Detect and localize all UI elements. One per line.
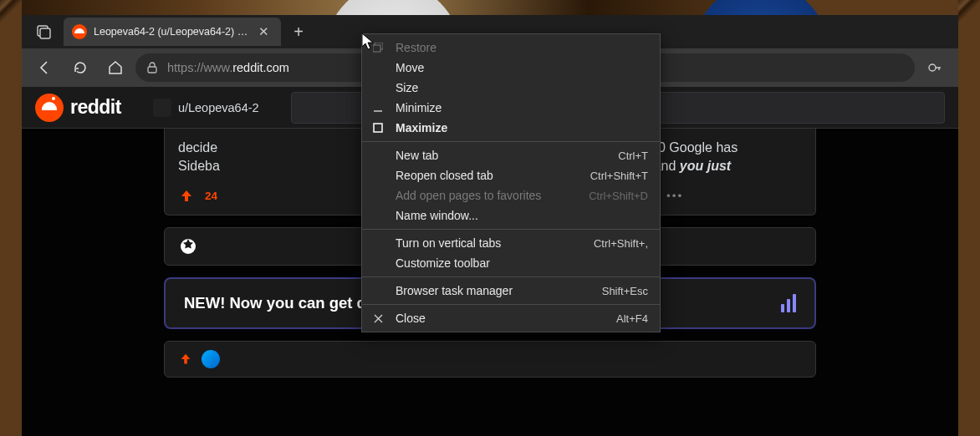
restore-icon: [370, 43, 385, 53]
menu-item-minimize[interactable]: Minimize: [362, 98, 660, 118]
refresh-button[interactable]: [65, 53, 95, 82]
menu-item-reopen-tab[interactable]: Reopen closed tabCtrl+Shift+T: [362, 165, 660, 185]
menu-item-maximize[interactable]: Maximize: [362, 118, 660, 138]
menu-separator: [362, 276, 660, 277]
more-button[interactable]: •••: [666, 190, 683, 202]
minimize-icon: [370, 103, 385, 113]
reddit-logo-icon: [35, 94, 64, 122]
menu-item-task-manager[interactable]: Browser task managerShift+Esc: [362, 281, 660, 301]
menu-item-new-tab[interactable]: New tabCtrl+T: [362, 145, 660, 165]
menu-item-name-window[interactable]: Name window...: [362, 205, 660, 226]
tab-actions-button[interactable]: [28, 19, 59, 44]
reddit-logo[interactable]: reddit: [35, 94, 121, 122]
upvote-icon[interactable]: [178, 352, 193, 367]
home-button[interactable]: [100, 53, 130, 82]
maximize-icon: [370, 123, 385, 133]
browser-tab[interactable]: Leopeva64-2 (u/Leopeva64-2) - R ✕: [64, 18, 281, 46]
subreddit-avatar-icon: [202, 350, 220, 368]
desktop-wallpaper-edge: [958, 0, 980, 436]
vote-count: 24: [205, 190, 217, 202]
post-card[interactable]: [164, 341, 816, 378]
window-context-menu: Restore Move Size Minimize Maximize New …: [361, 33, 661, 332]
menu-item-size[interactable]: Size: [362, 78, 660, 98]
user-avatar-icon: [153, 99, 171, 117]
bar-chart-icon: [781, 294, 796, 312]
menu-separator: [362, 141, 660, 142]
menu-item-add-favorites: Add open pages to favoritesCtrl+Shift+D: [362, 185, 660, 205]
tab-close-button[interactable]: ✕: [255, 23, 273, 41]
reddit-favicon: [72, 24, 87, 39]
badge-icon: [178, 236, 198, 256]
passwords-icon[interactable]: [920, 59, 950, 76]
menu-separator: [362, 304, 660, 305]
menu-item-restore: Restore: [362, 38, 660, 58]
menu-item-vertical-tabs[interactable]: Turn on vertical tabsCtrl+Shift+,: [362, 233, 660, 253]
svg-rect-6: [373, 45, 380, 52]
reddit-wordmark: reddit: [70, 96, 121, 119]
svg-rect-8: [374, 124, 382, 132]
svg-point-3: [929, 64, 936, 71]
menu-item-move[interactable]: Move: [362, 58, 660, 78]
back-button[interactable]: [30, 53, 60, 82]
site-lock-icon[interactable]: [145, 61, 159, 74]
menu-item-close[interactable]: CloseAlt+F4: [362, 308, 660, 328]
url-text: https://www.reddit.com: [167, 61, 289, 74]
subreddit-label: u/Leopeva64-2: [178, 101, 259, 114]
tab-title: Leopeva64-2 (u/Leopeva64-2) - R: [94, 26, 248, 38]
subreddit-dropdown[interactable]: u/Leopeva64-2: [153, 99, 259, 117]
upvote-button[interactable]: [178, 188, 195, 205]
desktop-wallpaper-strip: [0, 0, 980, 15]
desktop-wallpaper-edge: [0, 0, 22, 436]
menu-item-customize-toolbar[interactable]: Customize toolbar: [362, 253, 660, 273]
menu-separator: [362, 229, 660, 230]
svg-rect-1: [40, 28, 50, 38]
svg-rect-2: [148, 67, 156, 73]
close-icon: [370, 314, 385, 323]
new-tab-button[interactable]: +: [284, 18, 313, 46]
